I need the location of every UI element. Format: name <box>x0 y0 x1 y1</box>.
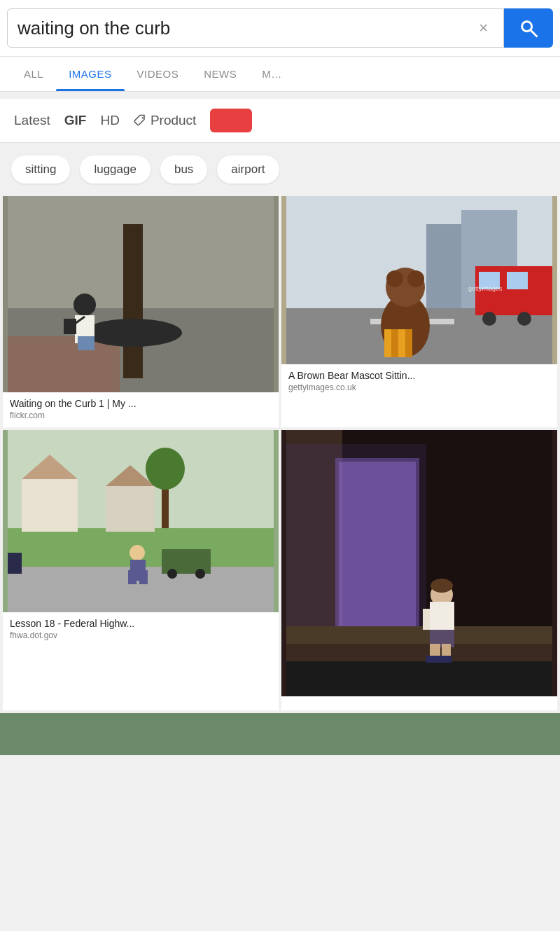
svg-rect-36 <box>22 479 78 532</box>
images-grid: Waiting on the Curb 1 | My ... flickr.co… <box>0 196 560 710</box>
chip-luggage[interactable]: luggage <box>80 156 150 184</box>
image-title-4 <box>281 696 557 703</box>
svg-point-60 <box>430 579 453 593</box>
search-query-text: waiting on the curb <box>18 18 473 39</box>
search-input-wrapper: waiting on the curb × <box>7 8 504 48</box>
svg-rect-46 <box>8 553 22 574</box>
svg-point-48 <box>167 569 177 579</box>
svg-rect-18 <box>426 319 454 324</box>
search-icon <box>519 18 538 38</box>
image-source-3: fhwa.dot.gov <box>3 630 279 647</box>
image-source-1: flickr.com <box>3 411 279 427</box>
svg-line-1 <box>531 31 537 36</box>
svg-point-42 <box>130 545 145 560</box>
svg-point-2 <box>142 117 144 118</box>
image-card-2[interactable]: gettyimages A Brown Bear Mascot Sittin..… <box>281 196 557 427</box>
filter-bar: Latest GIF HD Product <box>0 99 560 143</box>
filter-product-label: Product <box>150 113 196 128</box>
image-title-1: Waiting on the Curb 1 | My ... <box>3 392 279 411</box>
image-thumbnail-4 <box>281 430 557 696</box>
svg-rect-38 <box>106 486 155 532</box>
filter-product[interactable]: Product <box>134 113 196 128</box>
image-title-2: A Brown Bear Mascot Sittin... <box>281 364 557 382</box>
image-source-2: gettyimages.co.uk <box>281 382 557 399</box>
svg-text:gettyimages: gettyimages <box>468 285 503 292</box>
svg-point-41 <box>146 448 185 490</box>
svg-point-22 <box>482 312 496 326</box>
svg-point-26 <box>386 270 403 287</box>
chip-sitting[interactable]: sitting <box>11 156 70 184</box>
svg-rect-5 <box>8 336 120 392</box>
image-card-3[interactable]: Lesson 18 - Federal Highw... fhwa.dot.go… <box>3 430 279 710</box>
search-button[interactable] <box>504 8 553 48</box>
filter-hd[interactable]: HD <box>100 113 119 128</box>
svg-rect-10 <box>78 336 94 350</box>
filter-latest[interactable]: Latest <box>14 113 50 128</box>
svg-rect-31 <box>405 329 412 357</box>
chip-airport[interactable]: airport <box>217 156 279 184</box>
tab-videos[interactable]: VIDEOS <box>125 57 192 91</box>
tabs-bar: ALL IMAGES VIDEOS NEWS M… <box>0 57 560 92</box>
chips-container: sitting luggage bus airport <box>0 143 560 196</box>
svg-point-8 <box>74 294 96 316</box>
filter-gif[interactable]: GIF <box>64 113 87 128</box>
svg-rect-21 <box>507 272 528 289</box>
svg-rect-54 <box>286 444 426 654</box>
tab-images[interactable]: IMAGES <box>56 57 124 91</box>
svg-rect-65 <box>439 656 451 663</box>
image-thumbnail-1 <box>3 196 279 392</box>
search-bar: waiting on the curb × <box>0 0 560 57</box>
svg-point-49 <box>195 569 205 579</box>
tab-news[interactable]: NEWS <box>191 57 249 91</box>
svg-rect-6 <box>123 224 143 378</box>
svg-point-7 <box>84 319 182 347</box>
svg-rect-56 <box>286 626 552 644</box>
svg-rect-29 <box>391 329 398 357</box>
svg-rect-45 <box>139 570 148 584</box>
image-source-4 <box>281 703 557 710</box>
tab-all[interactable]: ALL <box>11 57 56 91</box>
image-thumbnail-3 <box>3 430 279 612</box>
bottom-partial-image <box>0 713 560 755</box>
image-card-4[interactable] <box>281 430 557 710</box>
image-title-3: Lesson 18 - Federal Highw... <box>3 612 279 630</box>
svg-rect-44 <box>128 570 136 584</box>
filter-color-swatch[interactable] <box>210 109 252 132</box>
tag-icon <box>134 114 146 127</box>
clear-icon[interactable]: × <box>473 19 493 37</box>
image-card-1[interactable]: Waiting on the Curb 1 | My ... flickr.co… <box>3 196 279 427</box>
svg-rect-64 <box>426 656 440 663</box>
tab-more[interactable]: M… <box>249 57 295 91</box>
image-thumbnail-2: gettyimages <box>281 196 557 364</box>
svg-rect-67 <box>430 602 454 630</box>
chip-bus[interactable]: bus <box>160 156 207 184</box>
svg-rect-57 <box>286 661 552 696</box>
svg-point-23 <box>517 312 531 326</box>
svg-point-27 <box>407 270 424 287</box>
